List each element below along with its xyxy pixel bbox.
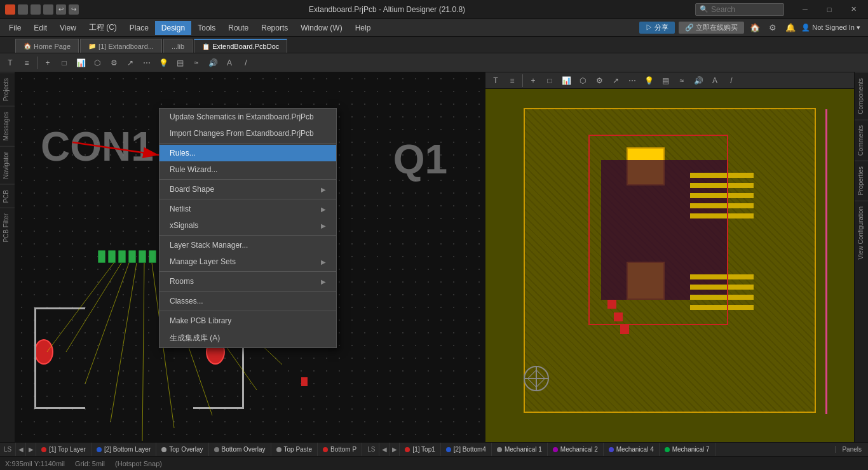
- minimize-button[interactable]: ─: [796, 3, 815, 17]
- search-input[interactable]: [711, 5, 775, 14]
- menu-window[interactable]: Window (W): [294, 21, 348, 35]
- tab-project[interactable]: 📁 [1] Extandboard...: [80, 39, 162, 53]
- menu-rules[interactable]: Rules...: [159, 145, 336, 161]
- toolbar-add[interactable]: +: [40, 55, 55, 70]
- share-button[interactable]: ▷ 分享: [639, 22, 675, 34]
- layer-mech4[interactable]: Mechanical 4: [604, 443, 660, 457]
- layer-bottom-p[interactable]: Bottom P: [318, 443, 362, 457]
- right-toolbar-layer[interactable]: ▤: [658, 73, 673, 88]
- side-tab-messages[interactable]: Messages: [0, 106, 15, 146]
- pcb-board-view[interactable]: [485, 89, 854, 442]
- side-tab-components[interactable]: Components: [855, 72, 868, 119]
- menu-update-schematics[interactable]: Update Schematics in Extandboard.PrjPcb: [159, 109, 336, 125]
- side-tab-comments[interactable]: Comments: [855, 119, 868, 161]
- layer-bottom-layer[interactable]: [2] Bottom Layer: [92, 443, 156, 457]
- right-toolbar-clear[interactable]: ≡: [505, 73, 520, 88]
- tab-pcbdoc[interactable]: 📋 ExtendBoard.PcbDoc: [194, 39, 287, 53]
- toolbar-rect[interactable]: □: [57, 55, 72, 70]
- menu-board-shape[interactable]: Board Shape ▶: [159, 181, 336, 198]
- layer-bottom4[interactable]: [2] Bottom4: [441, 443, 492, 457]
- side-tab-navigator[interactable]: Navigator: [0, 146, 15, 184]
- maximize-button[interactable]: □: [820, 3, 839, 17]
- menu-design[interactable]: Design: [155, 21, 191, 35]
- tab-lib[interactable]: ...lib: [163, 39, 193, 53]
- layer-next-right[interactable]: ▶: [390, 443, 400, 457]
- toolbar-light[interactable]: 💡: [156, 55, 171, 70]
- side-tab-projects[interactable]: Projects: [0, 72, 15, 106]
- toolbar-clear[interactable]: ≡: [19, 55, 34, 70]
- notifications-icon[interactable]: 🔔: [783, 21, 797, 35]
- pcb-canvas-left[interactable]: CON1: [15, 72, 485, 442]
- menu-classes[interactable]: Classes...: [159, 293, 336, 309]
- right-toolbar-3d[interactable]: 🔊: [691, 73, 706, 88]
- menu-xsignals[interactable]: xSignals ▶: [159, 217, 336, 234]
- search-box[interactable]: 🔍: [695, 3, 784, 16]
- menu-rooms[interactable]: Rooms ▶: [159, 273, 336, 290]
- layer-bottom-overlay[interactable]: Bottom Overlay: [209, 443, 271, 457]
- menu-manage-layer-sets[interactable]: Manage Layer Sets ▶: [159, 253, 336, 270]
- menu-layer-stack[interactable]: Layer Stack Manager...: [159, 237, 336, 253]
- right-toolbar-rect[interactable]: □: [542, 73, 557, 88]
- menu-route[interactable]: Route: [222, 21, 255, 35]
- menu-import-changes[interactable]: Import Changes From Extandboard.PrjPcb: [159, 125, 336, 142]
- toolbar-route[interactable]: ↗: [123, 55, 138, 70]
- right-toolbar-filter[interactable]: T: [488, 73, 503, 88]
- right-toolbar-settings[interactable]: ⚙: [592, 73, 607, 88]
- home-icon[interactable]: 🏠: [748, 21, 762, 35]
- toolbar-diff[interactable]: ≈: [189, 55, 204, 70]
- menu-tools[interactable]: Tools: [191, 21, 222, 35]
- layer-mech1[interactable]: Mechanical 1: [492, 443, 548, 457]
- menu-project[interactable]: 工程 (C): [83, 20, 123, 36]
- layer-top-layer[interactable]: [1] Top Layer: [36, 443, 92, 457]
- layer-top1[interactable]: [1] Top1: [400, 443, 440, 457]
- toolbar-settings2[interactable]: ⚙: [106, 55, 121, 70]
- layer-top-paste[interactable]: Top Paste: [271, 443, 318, 457]
- right-toolbar-light[interactable]: 💡: [641, 73, 656, 88]
- side-tab-pcbfilter[interactable]: PCB Filter: [0, 208, 15, 248]
- menu-edit[interactable]: Edit: [27, 21, 53, 35]
- panels-button[interactable]: Panels: [835, 446, 868, 453]
- toolbar-3d[interactable]: 🔊: [205, 55, 220, 70]
- online-button[interactable]: 🔗 立即在线购买: [679, 22, 744, 34]
- menu-rule-wizard[interactable]: Rule Wizard...: [159, 161, 336, 178]
- menu-generate-lib[interactable]: 生成集成库 (A): [159, 329, 336, 347]
- tab-home[interactable]: 🏠 Home Page: [15, 39, 79, 53]
- user-menu[interactable]: 👤 Not Signed In ▾: [801, 24, 860, 32]
- side-tab-properties[interactable]: Properties: [855, 161, 868, 201]
- menu-view[interactable]: View: [53, 21, 83, 35]
- menu-netlist[interactable]: Netlist ▶: [159, 201, 336, 217]
- layer-prev-right[interactable]: ◀: [379, 443, 390, 457]
- layer-mech2[interactable]: Mechanical 2: [548, 443, 604, 457]
- toolbar-more[interactable]: ⋯: [139, 55, 154, 70]
- menu-place[interactable]: Place: [123, 21, 155, 35]
- toolbar-text[interactable]: A: [222, 55, 237, 70]
- menu-help[interactable]: Help: [349, 21, 377, 35]
- right-toolbar-chart[interactable]: 📊: [559, 73, 574, 88]
- menu-file[interactable]: File: [3, 21, 27, 35]
- pcb-board: [524, 108, 816, 413]
- redo-icon[interactable]: ↪: [69, 4, 79, 15]
- toolbar-filter[interactable]: T: [3, 55, 18, 70]
- right-toolbar-text[interactable]: A: [707, 73, 722, 88]
- toolbar-line[interactable]: /: [238, 55, 254, 70]
- layer-mech7[interactable]: Mechanical 7: [660, 443, 715, 457]
- right-toolbar-hex[interactable]: ⬡: [575, 73, 590, 88]
- side-tab-view-config[interactable]: View Configuration: [855, 201, 868, 265]
- right-toolbar-more[interactable]: ⋯: [625, 73, 640, 88]
- side-tab-pcb[interactable]: PCB: [0, 184, 15, 208]
- right-toolbar-add[interactable]: +: [526, 73, 541, 88]
- toolbar-hex[interactable]: ⬡: [90, 55, 105, 70]
- right-toolbar-arrow[interactable]: ↗: [608, 73, 623, 88]
- menu-make-pcb-lib[interactable]: Make PCB Library: [159, 312, 336, 329]
- layer-next-left[interactable]: ▶: [26, 443, 36, 457]
- layer-top-overlay[interactable]: Top Overlay: [156, 443, 208, 457]
- undo-icon[interactable]: ↩: [56, 4, 66, 15]
- layer-prev-left[interactable]: ◀: [16, 443, 26, 457]
- close-button[interactable]: ✕: [844, 3, 863, 17]
- right-toolbar-diff[interactable]: ≈: [674, 73, 689, 88]
- toolbar-layer[interactable]: ▤: [172, 55, 187, 70]
- settings-icon[interactable]: ⚙: [766, 21, 780, 35]
- right-toolbar-line[interactable]: /: [724, 73, 739, 88]
- menu-reports[interactable]: Reports: [255, 21, 294, 35]
- toolbar-chart[interactable]: 📊: [73, 55, 88, 70]
